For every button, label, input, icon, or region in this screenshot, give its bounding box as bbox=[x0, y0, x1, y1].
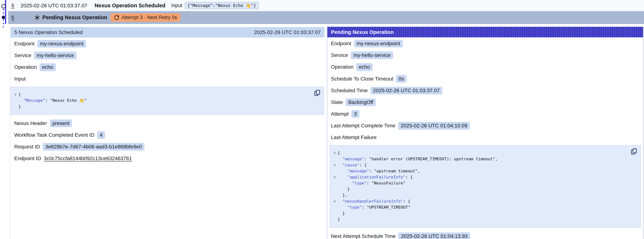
pending-operation-panel: Pending Nexus Operation Endpointmy-nexus… bbox=[327, 26, 644, 239]
panel-title: 5 Nexus Operation Scheduled bbox=[14, 30, 83, 35]
scheduled-panel-fields: Endpointmy-nexus-endpointServicemy-hello… bbox=[10, 38, 324, 162]
field-value-badge: 3 bbox=[351, 110, 359, 118]
collapse-chevron-icon[interactable]: ∨ bbox=[332, 150, 338, 156]
field-label: Input bbox=[14, 76, 26, 82]
field-row: Endpointmy-nexus-endpoint bbox=[331, 40, 640, 48]
panel-title: Pending Nexus Operation bbox=[331, 29, 394, 35]
field-row: Request ID3e829b7e-7d67-4b08-aad3-b1e868… bbox=[14, 143, 321, 150]
event-title: Nexus Operation Scheduled bbox=[95, 2, 166, 8]
field-label: Schedule To Close Timeout bbox=[331, 76, 393, 82]
copy-icon[interactable] bbox=[630, 148, 638, 155]
code-gutter bbox=[332, 204, 338, 210]
field-row: Operationecho bbox=[331, 63, 640, 71]
field-label: Operation bbox=[14, 64, 37, 70]
field-row: Attempt3 bbox=[331, 110, 640, 118]
field-value-badge: my-hello-service bbox=[351, 52, 393, 59]
field-row: Schedule To Close Timeout0s bbox=[331, 75, 640, 83]
field-value-badge: 2025-02-26 UTC 01:04:10.09 bbox=[398, 122, 470, 130]
field-row: Workflow Task Completed Event ID4 bbox=[14, 131, 321, 139]
code-gutter bbox=[332, 192, 338, 198]
field-label: Request ID bbox=[14, 144, 40, 150]
collapse-chevron-icon[interactable]: ∨ bbox=[332, 162, 338, 168]
code-line: ∨ "cause": { bbox=[332, 162, 629, 168]
code-gutter bbox=[332, 216, 338, 222]
field-label: Attempt bbox=[331, 111, 348, 117]
code-line: ∨ "applicationFailureInfo": { bbox=[332, 174, 629, 180]
event-timestamp: 2025-02-26 UTC 01:03:37.07 bbox=[21, 3, 87, 8]
attempt-retry-badge: Attempt 3 · Next Retry 0s bbox=[110, 13, 180, 22]
code-gutter bbox=[332, 186, 338, 192]
field-label: State bbox=[331, 99, 343, 105]
code-line: ∨ "nexusHandlerFailureInfo": { bbox=[332, 198, 629, 204]
field-label: Endpoint bbox=[331, 41, 351, 46]
field-label: Workflow Task Completed Event ID bbox=[14, 132, 94, 138]
endpoint-id-link[interactable]: 3c0c75ccfa8144b092c13ce632463761 bbox=[44, 156, 132, 162]
code-gutter bbox=[13, 97, 18, 104]
event-row-scheduled[interactable]: 5 2025-02-26 UTC 01:03:37.07 Nexus Opera… bbox=[8, 0, 644, 11]
code-line: }, bbox=[332, 192, 629, 198]
pending-panel-fields: Endpointmy-nexus-endpointServicemy-hello… bbox=[327, 37, 643, 239]
field-row: Scheduled Time2025-02-26 UTC 01:03:37.07 bbox=[331, 87, 640, 94]
field-value-badge: 0s bbox=[396, 75, 406, 83]
field-row: Last Attempt Complete Time2025-02-26 UTC… bbox=[331, 122, 640, 130]
json-code-block: ∨{ "message": "handler error (UPSTREAM_T… bbox=[330, 145, 641, 228]
field-row: Nexus Headerpresent bbox=[14, 120, 321, 127]
event-id-link[interactable]: 5 bbox=[11, 15, 14, 20]
code-line: ∨{ bbox=[13, 91, 312, 97]
collapse-chevron-icon[interactable]: ∨ bbox=[332, 174, 338, 180]
field-row: Next Attempt Schedule Time2025-02-26 UTC… bbox=[331, 232, 640, 239]
code-line: } bbox=[332, 186, 629, 192]
code-line: } bbox=[332, 216, 629, 222]
pending-asterisk-icon bbox=[34, 14, 40, 21]
field-row: Input bbox=[14, 75, 321, 83]
scheduled-panel-header: 5 Nexus Operation Scheduled 2025-02-26 U… bbox=[10, 27, 324, 38]
event-row-pending-selected[interactable]: 5 Pending Nexus Operation Attempt 3 · Ne… bbox=[8, 11, 644, 24]
field-value-badge: 2025-02-26 UTC 01:03:37.07 bbox=[370, 87, 442, 94]
code-line: "type": "NexusFailure" bbox=[332, 180, 629, 186]
field-value-badge: echo bbox=[40, 63, 56, 71]
input-label: Input bbox=[171, 3, 182, 8]
code-line: "Message": "Nexus Echo 👋" bbox=[13, 97, 312, 104]
field-label: Scheduled Time bbox=[331, 88, 368, 94]
retry-icon bbox=[114, 15, 119, 20]
collapse-chevron-icon[interactable]: ∨ bbox=[332, 198, 338, 204]
event-title: Pending Nexus Operation bbox=[42, 14, 108, 20]
attempt-retry-label: Attempt 3 · Next Retry 0s bbox=[122, 15, 177, 20]
field-value-badge: my-nexus-endpoint bbox=[354, 40, 403, 48]
timeline-node-filled-icon bbox=[2, 15, 6, 20]
field-label: Last Attempt Complete Time bbox=[331, 123, 396, 129]
panel-timestamp: 2025-02-26 UTC 01:03:37.07 bbox=[254, 30, 321, 35]
scheduled-event-panel: 5 Nexus Operation Scheduled 2025-02-26 U… bbox=[10, 27, 324, 166]
field-row: Endpointmy-nexus-endpoint bbox=[14, 40, 321, 48]
timeline-node-open-icon bbox=[1, 4, 6, 8]
field-row: Last Attempt Failure bbox=[331, 134, 640, 141]
field-label: Next Attempt Schedule Time bbox=[331, 233, 396, 239]
field-label: Operation bbox=[331, 64, 354, 70]
field-row: Operationecho bbox=[14, 63, 321, 71]
field-value-badge: 3e829b7e-7d67-4b08-aad3-b1e868bfe9e0 bbox=[43, 143, 144, 150]
code-gutter bbox=[332, 210, 338, 216]
field-row: StateBackingOff bbox=[331, 98, 640, 106]
code-line: "type": "UPSTREAM_TIMEOUT" bbox=[332, 204, 629, 210]
field-label: Nexus Header bbox=[14, 120, 47, 126]
field-label: Last Attempt Failure bbox=[331, 134, 376, 140]
field-value-badge: my-hello-service bbox=[34, 52, 76, 59]
field-value-badge: my-nexus-endpoint bbox=[37, 40, 86, 48]
field-value-badge: present bbox=[50, 120, 72, 127]
field-label: Service bbox=[14, 52, 31, 58]
field-row: Servicemy-hello-service bbox=[331, 52, 640, 59]
event-details-area: 5 Nexus Operation Scheduled 2025-02-26 U… bbox=[10, 26, 644, 239]
timeline-active-bar bbox=[5, 0, 6, 24]
code-gutter bbox=[332, 180, 338, 186]
code-line: } bbox=[13, 104, 312, 110]
pending-panel-header: Pending Nexus Operation bbox=[327, 27, 643, 37]
event-id-link[interactable]: 5 bbox=[11, 3, 14, 8]
code-line: } bbox=[332, 210, 629, 216]
json-code-block: ∨{ "Message": "Nexus Echo 👋"} bbox=[10, 87, 324, 115]
field-label: Endpoint bbox=[14, 41, 34, 47]
field-label: Service bbox=[331, 52, 348, 58]
collapse-chevron-icon[interactable]: ∨ bbox=[13, 91, 18, 97]
copy-icon[interactable] bbox=[314, 89, 321, 96]
code-line: "message": "handler error (UPSTREAM_TIME… bbox=[332, 156, 629, 162]
field-row: Servicemy-hello-service bbox=[14, 52, 321, 59]
